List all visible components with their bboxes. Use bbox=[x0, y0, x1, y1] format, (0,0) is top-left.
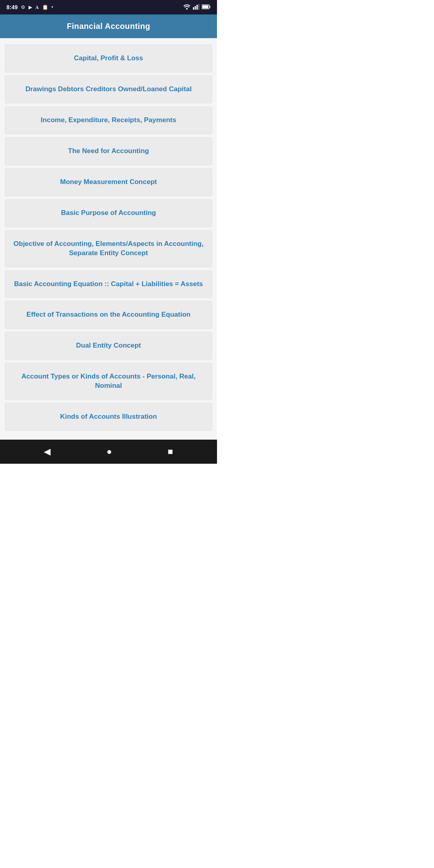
menu-item-label-basic-purpose: Basic Purpose of Accounting bbox=[61, 209, 156, 217]
status-bar: 8:49 ⚙ ▶ 𝐀 📋 • bbox=[0, 0, 217, 14]
menu-item-label-effect-transactions: Effect of Transactions on the Accounting… bbox=[27, 311, 190, 318]
menu-item-label-need-for-accounting: The Need for Accounting bbox=[68, 147, 149, 155]
recent-button[interactable]: ■ bbox=[161, 443, 179, 460]
svg-point-0 bbox=[186, 8, 188, 10]
menu-item-effect-transactions[interactable]: Effect of Transactions on the Accounting… bbox=[5, 301, 212, 329]
svg-rect-2 bbox=[195, 6, 196, 10]
menu-item-basic-purpose[interactable]: Basic Purpose of Accounting bbox=[5, 199, 212, 227]
menu-item-label-basic-accounting-equation: Basic Accounting Equation :: Capital + L… bbox=[14, 280, 203, 288]
signal-icon bbox=[193, 4, 199, 11]
svg-rect-7 bbox=[203, 5, 209, 8]
menu-item-label-drawings-debtors: Drawings Debtors Creditors Owned/Loaned … bbox=[25, 85, 192, 93]
play-icon: ▶ bbox=[29, 4, 32, 10]
home-button[interactable]: ● bbox=[100, 443, 118, 460]
back-button[interactable]: ◀ bbox=[37, 443, 57, 460]
settings-icon: ⚙ bbox=[21, 4, 25, 10]
svg-rect-1 bbox=[193, 7, 194, 10]
content-area: Capital, Profit & LossDrawings Debtors C… bbox=[0, 38, 217, 440]
menu-item-label-account-types: Account Types or Kinds of Accounts - Per… bbox=[21, 373, 196, 389]
menu-item-drawings-debtors[interactable]: Drawings Debtors Creditors Owned/Loaned … bbox=[5, 76, 212, 103]
menu-item-label-objective-accounting: Objective of Accounting, Elements/Aspect… bbox=[14, 240, 204, 257]
app-title: Financial Accounting bbox=[67, 22, 150, 31]
dot-icon: • bbox=[51, 4, 53, 10]
menu-item-label-capital-profit-loss: Capital, Profit & Loss bbox=[74, 54, 143, 62]
svg-rect-3 bbox=[197, 5, 198, 10]
menu-item-kinds-accounts-illustration[interactable]: Kinds of Accounts Illustration bbox=[5, 403, 212, 431]
menu-item-income-expenditure[interactable]: Income, Expenditure, Receipts, Payments bbox=[5, 106, 212, 134]
menu-item-capital-profit-loss[interactable]: Capital, Profit & Loss bbox=[5, 45, 212, 72]
menu-item-need-for-accounting[interactable]: The Need for Accounting bbox=[5, 137, 212, 165]
status-time: 8:49 bbox=[6, 4, 18, 10]
status-right bbox=[183, 4, 211, 11]
svg-rect-4 bbox=[199, 4, 200, 10]
menu-item-basic-accounting-equation[interactable]: Basic Accounting Equation :: Capital + L… bbox=[5, 270, 212, 298]
clipboard-icon: 📋 bbox=[42, 4, 48, 10]
menu-item-account-types[interactable]: Account Types or Kinds of Accounts - Per… bbox=[5, 363, 212, 400]
menu-item-label-money-measurement: Money Measurement Concept bbox=[60, 178, 157, 186]
menu-item-label-dual-entity: Dual Entity Concept bbox=[76, 342, 141, 349]
menu-item-money-measurement[interactable]: Money Measurement Concept bbox=[5, 168, 212, 196]
font-icon: 𝐀 bbox=[35, 4, 39, 10]
menu-item-label-income-expenditure: Income, Expenditure, Receipts, Payments bbox=[41, 116, 176, 124]
wifi-icon bbox=[183, 4, 190, 11]
menu-item-label-kinds-accounts-illustration: Kinds of Accounts Illustration bbox=[60, 413, 157, 420]
status-left: 8:49 ⚙ ▶ 𝐀 📋 • bbox=[6, 4, 53, 10]
svg-rect-6 bbox=[210, 6, 211, 8]
navigation-bar: ◀ ● ■ bbox=[0, 440, 217, 464]
menu-item-objective-accounting[interactable]: Objective of Accounting, Elements/Aspect… bbox=[5, 230, 212, 267]
menu-item-dual-entity[interactable]: Dual Entity Concept bbox=[5, 332, 212, 360]
app-bar: Financial Accounting bbox=[0, 14, 217, 38]
battery-icon bbox=[202, 4, 211, 10]
